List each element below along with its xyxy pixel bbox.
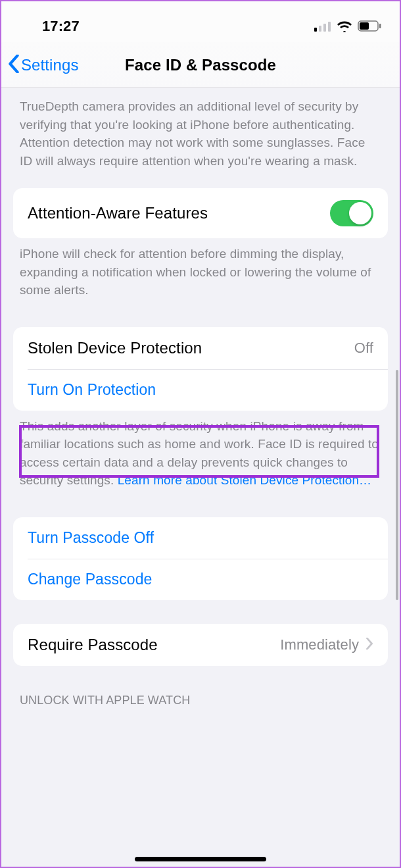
stolen-device-group: Stolen Device Protection Off Turn On Pro…	[13, 327, 388, 411]
truedepth-footer-text: TrueDepth camera provides an additional …	[1, 88, 400, 188]
attention-aware-row[interactable]: Attention-Aware Features	[13, 188, 388, 238]
back-button[interactable]: Settings	[1, 42, 79, 88]
turn-on-protection-button[interactable]: Turn On Protection	[13, 369, 388, 411]
home-indicator[interactable]	[135, 857, 266, 861]
status-time: 17:27	[1, 9, 80, 35]
svg-rect-0	[314, 28, 317, 32]
turn-on-protection-label: Turn On Protection	[28, 381, 156, 399]
status-icons	[314, 11, 381, 32]
svg-rect-6	[379, 24, 381, 28]
stolen-device-footer: This adds another layer of security when…	[1, 411, 400, 499]
scrollbar[interactable]	[396, 370, 398, 600]
require-passcode-row[interactable]: Require Passcode Immediately	[13, 624, 388, 666]
svg-rect-2	[323, 24, 326, 32]
require-passcode-value: Immediately	[280, 636, 359, 653]
battery-icon	[358, 20, 381, 32]
stolen-device-status-row: Stolen Device Protection Off	[13, 327, 388, 369]
turn-passcode-off-button[interactable]: Turn Passcode Off	[13, 517, 388, 559]
learn-more-link[interactable]: Learn more about Stolen Device Protectio…	[118, 473, 372, 487]
attention-aware-label: Attention-Aware Features	[28, 204, 330, 222]
stolen-device-value: Off	[354, 340, 373, 357]
attention-aware-footer: iPhone will check for attention before d…	[1, 238, 400, 309]
passcode-actions-group: Turn Passcode Off Change Passcode	[13, 517, 388, 600]
unlock-watch-header: UNLOCK WITH APPLE WATCH	[1, 666, 400, 713]
svg-rect-1	[319, 26, 321, 32]
attention-aware-toggle[interactable]	[330, 200, 373, 226]
back-label: Settings	[21, 56, 79, 74]
content-scroll[interactable]: TrueDepth camera provides an additional …	[1, 88, 400, 867]
svg-rect-5	[360, 22, 369, 30]
wifi-icon	[337, 20, 352, 32]
cellular-signal-icon	[314, 21, 331, 32]
nav-bar: Settings Face ID & Passcode	[1, 42, 400, 88]
chevron-left-icon	[8, 54, 20, 76]
change-passcode-button[interactable]: Change Passcode	[13, 559, 388, 600]
svg-rect-3	[328, 22, 331, 32]
stolen-device-title: Stolen Device Protection	[28, 339, 354, 357]
status-bar: 17:27	[1, 1, 400, 42]
attention-aware-group: Attention-Aware Features	[13, 188, 388, 238]
chevron-right-icon	[366, 636, 373, 653]
require-passcode-label: Require Passcode	[28, 636, 280, 654]
require-passcode-group: Require Passcode Immediately	[13, 624, 388, 666]
